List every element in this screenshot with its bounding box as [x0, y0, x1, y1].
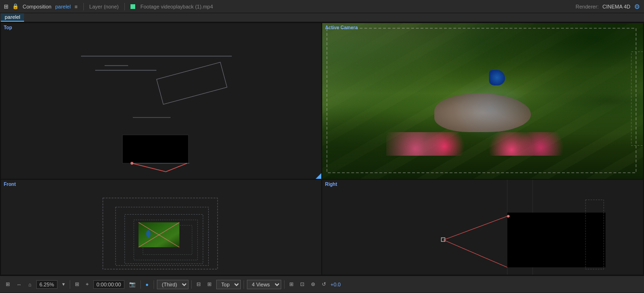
tool-icon5[interactable]: ⊛ [309, 280, 317, 288]
viewport-front[interactable]: Front [1, 180, 321, 275]
grid-icon[interactable]: ⊞ [73, 280, 81, 288]
right-view-label: Right [325, 182, 337, 187]
toolbar-divider6 [284, 280, 285, 289]
svg-rect-24 [507, 213, 606, 268]
comp-tab-label: parelel [5, 14, 20, 20]
view-options-icon1[interactable]: ⊟ [195, 280, 203, 288]
svg-rect-5 [122, 135, 188, 163]
renderer-label: Renderer: [576, 4, 599, 9]
toolbar-divider5 [244, 280, 244, 289]
front-view-label: Front [4, 182, 16, 187]
divider [83, 3, 84, 10]
camera-frame-svg [322, 23, 643, 179]
toolbar-divider4 [191, 280, 192, 289]
view-options-icon2[interactable]: ⊞ [205, 280, 213, 288]
svg-rect-10 [327, 28, 636, 173]
active-camera-label: Active Camera [325, 25, 358, 30]
viewport-top[interactable]: Top [1, 23, 321, 179]
color-swatch[interactable]: ● [144, 281, 151, 288]
front-view-svg [1, 180, 321, 275]
camera-icon[interactable]: 📷 [127, 280, 138, 288]
comp-name[interactable]: parelel [55, 4, 71, 9]
renderer-settings-icon[interactable]: ⚙ [634, 3, 640, 10]
svg-rect-3 [156, 62, 227, 104]
view-dropdown[interactable]: Top [216, 280, 241, 289]
views-count-dropdown[interactable]: 4 Views [247, 280, 281, 289]
zoom-dropdown[interactable]: ▾ [60, 280, 67, 288]
refresh-icon[interactable]: ↺ [320, 280, 328, 288]
zoom-value[interactable]: 6.25% [36, 280, 57, 289]
snap-icon[interactable]: ⌖ [84, 280, 90, 288]
svg-line-7 [166, 163, 187, 172]
window-icon: ⊞ [4, 3, 8, 10]
tool2-icon[interactable]: ⌂ [26, 281, 33, 288]
menu-icon[interactable]: ≡ [74, 4, 77, 9]
time-display[interactable]: 0:00:00:00 [93, 280, 124, 289]
svg-point-28 [507, 215, 509, 218]
top-view-label: Top [4, 25, 12, 30]
tool-icon3[interactable]: ⊞ [287, 280, 295, 288]
tool1-icon[interactable]: ↔ [15, 281, 24, 288]
footage-color-box [130, 4, 135, 9]
svg-line-6 [132, 163, 166, 172]
bottom-toolbar: ⊞ ↔ ⌂ 6.25% ▾ ⊞ ⌖ 0:00:00:00 📷 ● (Third)… [0, 276, 644, 293]
preset-dropdown[interactable]: (Third) [157, 280, 188, 289]
toolbar-divider2 [140, 280, 141, 289]
comp-label: Composition [23, 4, 51, 9]
viewport-corner-indicator [316, 173, 321, 179]
svg-rect-11 [631, 52, 643, 146]
toolbar-divider3 [154, 280, 154, 289]
toolbar-divider1 [70, 280, 70, 289]
tool-icon4[interactable]: ⊡ [298, 280, 306, 288]
right-view-svg [322, 180, 643, 275]
viewport-active-camera[interactable]: Active Camera [322, 23, 643, 179]
renderer-value: CINEMA 4D [603, 4, 630, 9]
footage-label: Footage videoplayback (1).mp4 [140, 4, 213, 9]
svg-line-25 [443, 216, 507, 240]
layer-label: Layer (none) [90, 4, 119, 9]
svg-line-26 [443, 240, 507, 268]
top-view-svg [1, 23, 321, 179]
viewport-grid: Top Active Camera [0, 22, 644, 276]
svg-point-21 [146, 230, 150, 237]
plus-value: +0.0 [331, 282, 341, 287]
lock-icon: 🔒 [12, 3, 19, 9]
title-bar: ⊞ 🔒 Composition parelel ≡ Layer (none) F… [0, 0, 644, 13]
composition-tab[interactable]: parelel [1, 13, 24, 22]
viewport-right[interactable]: Right [322, 180, 643, 275]
divider2 [124, 3, 125, 10]
resize-icon[interactable]: ⊞ [4, 280, 12, 288]
